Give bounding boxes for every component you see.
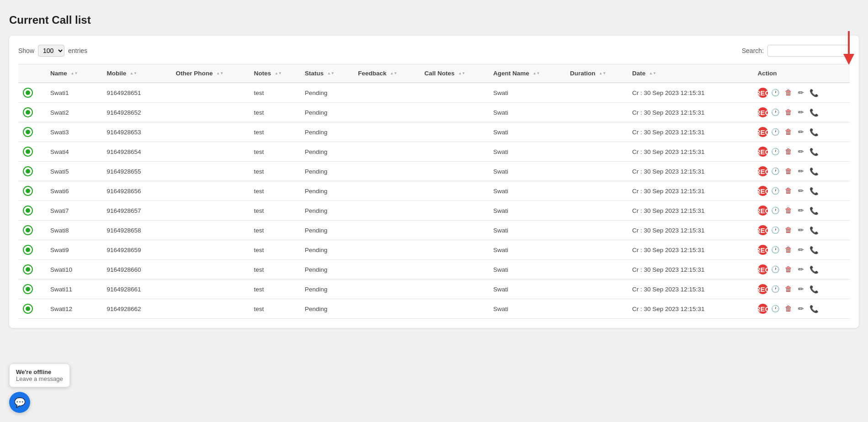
cell-action: REC 🕐 🗑 ✏ 📞 [753,122,850,142]
sort-arrows-duration: ▲▼ [599,72,606,75]
th-other-phone[interactable]: Other Phone ▲▼ [171,64,249,83]
call-button[interactable]: 📞 [809,186,819,196]
delete-button[interactable]: 🗑 [783,264,793,274]
call-button[interactable]: 📞 [809,206,819,216]
call-button[interactable]: 📞 [809,284,819,294]
th-mobile[interactable]: Mobile ▲▼ [102,64,171,83]
th-notes[interactable]: Notes ▲▼ [250,64,300,83]
entries-select[interactable]: 100 25 50 10 [38,45,64,57]
table-controls: Show 100 25 50 10 entries Search: [18,45,850,57]
call-button[interactable]: 📞 [809,304,819,314]
edit-button[interactable]: ✏ [796,245,806,255]
history-button[interactable]: 🕐 [771,88,781,98]
history-button[interactable]: 🕐 [771,304,781,314]
delete-button[interactable]: 🗑 [783,225,793,235]
search-input[interactable] [767,45,850,57]
call-button[interactable]: 📞 [809,166,819,176]
th-agent-name[interactable]: Agent Name ▲▼ [489,64,565,83]
edit-button[interactable]: ✏ [796,304,806,314]
cell-name: Swati6 [46,181,102,201]
rec-button[interactable]: REC [758,186,768,196]
cell-call-notes [420,162,489,181]
edit-button[interactable]: ✏ [796,88,806,98]
call-button[interactable]: 📞 [809,147,819,157]
rec-button[interactable]: REC [758,147,768,157]
cell-mobile: 9164928654 [102,142,171,162]
call-button[interactable]: 📞 [809,245,819,255]
edit-button[interactable]: ✏ [796,206,806,216]
call-button[interactable]: 📞 [809,127,819,137]
history-button[interactable]: 🕐 [771,225,781,235]
rec-button[interactable]: REC [758,245,768,255]
table-row: Swati6 9164928656 test Pending Swati Cr … [18,181,850,201]
rec-button[interactable]: REC [758,88,768,98]
history-button[interactable]: 🕐 [771,264,781,274]
delete-button[interactable]: 🗑 [783,206,793,216]
rec-button[interactable]: REC [758,107,768,117]
rec-button[interactable]: REC [758,264,768,274]
rec-button[interactable]: REC [758,206,768,216]
cell-mobile: 9164928655 [102,162,171,181]
table-body: Swati1 9164928651 test Pending Swati Cr … [18,83,850,319]
call-button[interactable]: 📞 [809,88,819,98]
cell-agent-name: Swati [489,299,565,319]
th-feedback[interactable]: Feedback ▲▼ [353,64,420,83]
edit-button[interactable]: ✏ [796,127,806,137]
edit-button[interactable]: ✏ [796,166,806,176]
chat-button[interactable]: 💬 [9,392,30,413]
cell-status: Pending [300,103,353,122]
edit-button[interactable]: ✏ [796,107,806,117]
table-row: Swati10 9164928660 test Pending Swati Cr… [18,260,850,280]
table-row: Swati1 9164928651 test Pending Swati Cr … [18,83,850,103]
delete-button[interactable]: 🗑 [783,88,793,98]
th-name[interactable]: Name ▲▼ [46,64,102,83]
th-duration[interactable]: Duration ▲▼ [565,64,628,83]
edit-button[interactable]: ✏ [796,147,806,157]
cell-feedback [353,280,420,299]
table-row: Swati3 9164928653 test Pending Swati Cr … [18,122,850,142]
cell-feedback [353,142,420,162]
status-dot [23,186,33,196]
history-button[interactable]: 🕐 [771,186,781,196]
delete-button[interactable]: 🗑 [783,304,793,314]
status-dot [23,304,33,314]
delete-button[interactable]: 🗑 [783,147,793,157]
delete-button[interactable]: 🗑 [783,107,793,117]
delete-button[interactable]: 🗑 [783,166,793,176]
th-date[interactable]: Date ▲▼ [628,64,753,83]
cell-notes: test [250,221,300,240]
history-button[interactable]: 🕐 [771,245,781,255]
delete-button[interactable]: 🗑 [783,245,793,255]
edit-button[interactable]: ✏ [796,186,806,196]
history-button[interactable]: 🕐 [771,127,781,137]
rec-button[interactable]: REC [758,225,768,235]
cell-name: Swati1 [46,83,102,103]
rec-button[interactable]: REC [758,166,768,176]
call-button[interactable]: 📞 [809,225,819,235]
history-button[interactable]: 🕐 [771,107,781,117]
call-button[interactable]: 📞 [809,107,819,117]
rec-button[interactable]: REC [758,127,768,137]
th-call-notes[interactable]: Call Notes ▲▼ [420,64,489,83]
delete-button[interactable]: 🗑 [783,127,793,137]
delete-button[interactable]: 🗑 [783,284,793,294]
delete-button[interactable]: 🗑 [783,186,793,196]
call-button[interactable]: 📞 [809,264,819,274]
sort-arrows-mobile: ▲▼ [130,72,137,75]
cell-status-icon [18,299,46,319]
edit-button[interactable]: ✏ [796,264,806,274]
rec-button[interactable]: REC [758,304,768,314]
rec-button[interactable]: REC [758,284,768,294]
history-button[interactable]: 🕐 [771,166,781,176]
cell-agent-name: Swati [489,162,565,181]
cell-agent-name: Swati [489,240,565,260]
cell-other-phone [171,299,249,319]
th-status[interactable]: Status ▲▼ [300,64,353,83]
action-icons: REC 🕐 🗑 ✏ 📞 [758,264,845,274]
edit-button[interactable]: ✏ [796,225,806,235]
history-button[interactable]: 🕐 [771,147,781,157]
history-button[interactable]: 🕐 [771,206,781,216]
edit-button[interactable]: ✏ [796,284,806,294]
cell-mobile: 9164928660 [102,260,171,280]
history-button[interactable]: 🕐 [771,284,781,294]
